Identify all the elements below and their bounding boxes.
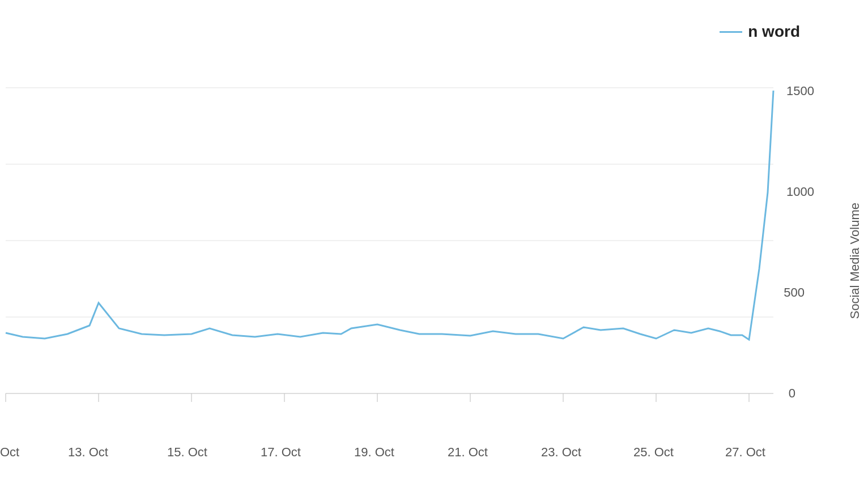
- x-tick-15oct: 15. Oct: [167, 445, 207, 460]
- y-tick-500: 500: [784, 285, 805, 300]
- x-tick-13oct: 13. Oct: [68, 445, 108, 460]
- x-tick-27oct: 27. Oct: [725, 445, 765, 460]
- chart-container: n word Social Media Volume: [0, 0, 868, 488]
- y-tick-0: 0: [789, 386, 795, 401]
- x-tick-23oct: 23. Oct: [541, 445, 581, 460]
- y-tick-1500: 1500: [786, 84, 814, 99]
- chart-svg: [0, 0, 868, 488]
- y-tick-1000: 1000: [786, 185, 814, 199]
- x-tick-17oct: 17. Oct: [261, 445, 301, 460]
- x-tick-25oct: 25. Oct: [633, 445, 674, 460]
- x-tick-19oct: 19. Oct: [354, 445, 394, 460]
- x-tick-21oct: 21. Oct: [448, 445, 488, 460]
- x-tick-oct: Oct: [0, 445, 19, 460]
- chart-line: [6, 91, 773, 340]
